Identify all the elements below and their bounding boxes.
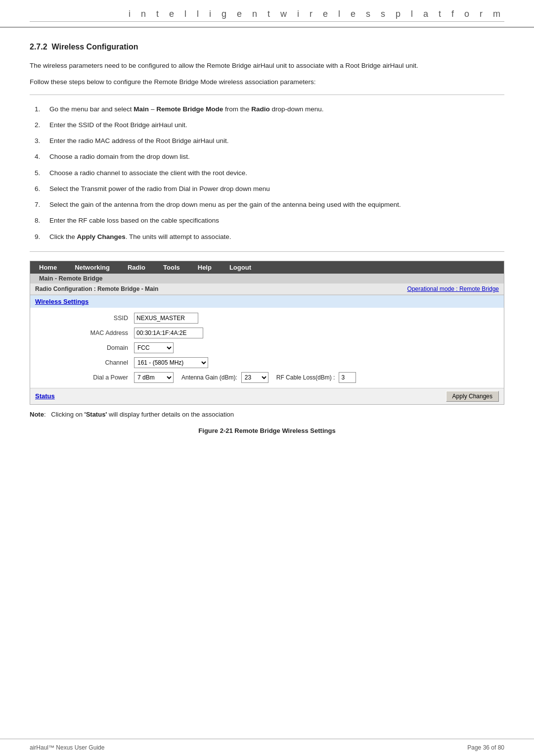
power-select[interactable]: 7 dBm 10 dBm 15 dBm 20 dBm xyxy=(134,372,174,383)
channel-select[interactable]: 161 - (5805 MHz) 149 - (5745 MHz) 153 - … xyxy=(134,357,208,368)
power-label: Dial a Power xyxy=(35,374,134,381)
step-4: 4. Choose a radio domain from the drop d… xyxy=(30,151,504,162)
footer-right: Page 36 of 80 xyxy=(467,744,504,751)
form-panel: Wireless Settings SSID MAC Address xyxy=(30,295,504,404)
breadcrumb-bar: Radio Configuration : Remote Bridge - Ma… xyxy=(30,284,504,295)
step-8: 8. Enter the RF cable loss based on the … xyxy=(30,215,504,226)
apply-changes-button[interactable]: Apply Changes xyxy=(446,391,499,402)
nav-networking[interactable]: Networking xyxy=(66,261,119,274)
header-title: i n t e l l i g e n t w i r e l e s s p … xyxy=(30,9,504,19)
header-line xyxy=(30,21,504,22)
page-header: i n t e l l i g e n t w i r e l e s s p … xyxy=(0,0,534,28)
step-6: 6. Select the Transmit power of the radi… xyxy=(30,184,504,194)
power-control: 7 dBm 10 dBm 15 dBm 20 dBm Antenna Gain … xyxy=(134,372,499,383)
mac-control xyxy=(134,328,499,338)
ssid-label: SSID xyxy=(35,315,134,322)
note-text: Note: Clicking on 'Status' will display … xyxy=(30,410,504,420)
nav-help[interactable]: Help xyxy=(189,261,221,274)
nav-bar: Home Networking Radio Tools Help Logout xyxy=(30,261,504,274)
ui-panel: Home Networking Radio Tools Help Logout … xyxy=(30,261,504,405)
ssid-control xyxy=(134,313,499,324)
domain-label: Domain xyxy=(35,344,134,351)
breadcrumb-right[interactable]: Operational mode : Remote Bridge xyxy=(407,285,499,292)
mac-label: MAC Address xyxy=(35,330,134,336)
ssid-input[interactable] xyxy=(134,313,198,324)
step-7: 7. Select the gain of the antenna from t… xyxy=(30,199,504,210)
form-row-bottom: Status Apply Changes xyxy=(30,388,504,404)
steps-list: 1. Go the menu bar and select Main – Rem… xyxy=(30,104,504,242)
antenna-gain-select[interactable]: 23 15 18 21 xyxy=(241,372,268,383)
breadcrumb-left: Radio Configuration : Remote Bridge - Ma… xyxy=(35,285,158,292)
steps-intro: Follow these steps below to configure th… xyxy=(30,78,504,86)
wireless-settings-header[interactable]: Wireless Settings xyxy=(30,295,504,308)
power-row: Dial a Power 7 dBm 10 dBm 15 dBm 20 dBm … xyxy=(30,370,504,385)
note-label: Note xyxy=(30,411,44,418)
middle-divider xyxy=(30,251,504,252)
nav-tools[interactable]: Tools xyxy=(154,261,189,274)
antenna-gain-label: Antenna Gain (dBm): xyxy=(181,374,237,381)
page-footer: airHaul™ Nexus User Guide Page 36 of 80 xyxy=(0,739,534,756)
domain-select[interactable]: FCC ETSI MKK xyxy=(134,342,174,353)
domain-control: FCC ETSI MKK xyxy=(134,342,499,353)
step-3: 3. Enter the radio MAC address of the Ro… xyxy=(30,136,504,146)
rf-cable-label: RF Cable Loss(dBm) : xyxy=(276,374,335,381)
status-link[interactable]: Status xyxy=(35,392,55,400)
mac-input[interactable] xyxy=(134,328,203,338)
main-content: 2.7.2 Wireless Configuration The wireles… xyxy=(0,28,534,459)
domain-row: Domain FCC ETSI MKK xyxy=(30,340,504,355)
ssid-row: SSID xyxy=(30,311,504,326)
step-1: 1. Go the menu bar and select Main – Rem… xyxy=(30,104,504,115)
section-title: 2.7.2 Wireless Configuration xyxy=(30,43,504,51)
submenu-bar: Main - Remote Bridge xyxy=(30,274,504,284)
channel-label: Channel xyxy=(35,359,134,366)
step-9: 9. Click the Apply Changes. The units wi… xyxy=(30,232,504,242)
step-5: 5. Choose a radio channel to associate t… xyxy=(30,168,504,179)
intro-paragraph-1: The wireless parameters need to be confi… xyxy=(30,60,504,71)
channel-row: Channel 161 - (5805 MHz) 149 - (5745 MHz… xyxy=(30,355,504,370)
nav-radio[interactable]: Radio xyxy=(119,261,154,274)
step-2: 2. Enter the SSID of the Root Bridge air… xyxy=(30,120,504,131)
mac-row: MAC Address xyxy=(30,326,504,340)
rf-cable-input[interactable] xyxy=(339,372,356,383)
figure-caption: Figure 2-21 Remote Bridge Wireless Setti… xyxy=(30,427,504,434)
footer-left: airHaul™ Nexus User Guide xyxy=(30,744,104,751)
nav-home[interactable]: Home xyxy=(30,261,66,274)
nav-logout[interactable]: Logout xyxy=(221,261,260,274)
channel-control: 161 - (5805 MHz) 149 - (5745 MHz) 153 - … xyxy=(134,357,499,368)
top-divider xyxy=(30,94,504,95)
form-rows: SSID MAC Address Domain xyxy=(30,308,504,388)
